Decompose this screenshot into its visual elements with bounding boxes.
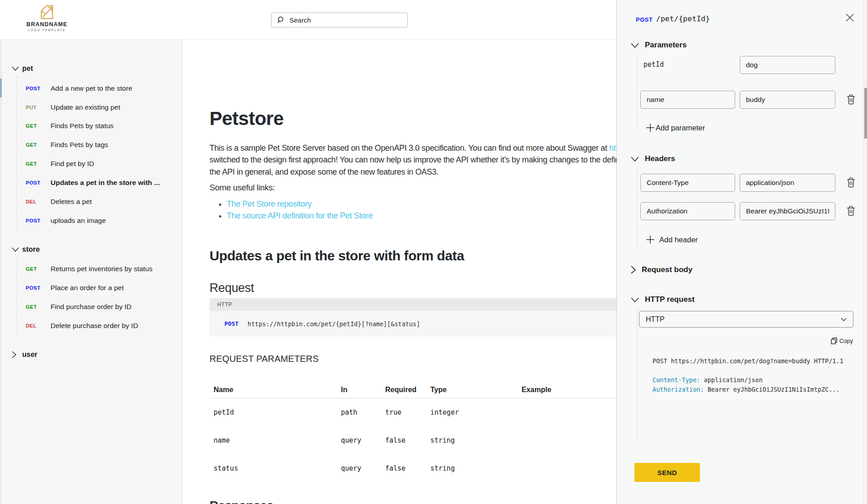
- panel-method-badge: POST: [636, 16, 653, 23]
- chevron-down-icon: [840, 317, 847, 322]
- sidebar-item-selected[interactable]: POSTUpdates a pet in the store with ...: [0, 173, 182, 192]
- description-line: switched to the design first approach! Y…: [210, 154, 670, 166]
- list-item: The source API definition for the Pet St…: [227, 210, 373, 222]
- description-line: the API in general, and expose some of t…: [210, 166, 670, 178]
- request-heading: Request: [210, 282, 254, 294]
- useful-links-list: The Pet Store repository The source API …: [210, 198, 373, 222]
- param-key-input[interactable]: [640, 91, 735, 109]
- sidebar-item[interactable]: GETFinds Pets by status: [0, 116, 182, 135]
- operation-heading: Updates a pet in the store with form dat…: [210, 248, 464, 263]
- section-indent-line: [637, 53, 637, 129]
- petid-value-input[interactable]: [740, 56, 835, 74]
- brand-name: BRANDNAME: [20, 21, 74, 28]
- close-icon: [845, 13, 854, 22]
- section-indent-line: [637, 167, 637, 251]
- brand-tagline: LOGO TEMPLATE: [20, 28, 74, 32]
- sidebar-group-user[interactable]: user: [0, 348, 37, 361]
- list-item: The Pet Store repository: [227, 198, 373, 210]
- sidebar-item[interactable]: DELDeletes a pet: [0, 192, 182, 211]
- search-box[interactable]: [271, 13, 408, 28]
- plus-icon: [645, 234, 656, 245]
- code-header-line: Content-Type: application/json: [653, 375, 844, 385]
- chevron-right-icon: [11, 351, 17, 359]
- trash-icon: [847, 177, 855, 188]
- headers-section-toggle[interactable]: Headers: [630, 154, 675, 163]
- copy-button[interactable]: Copy: [831, 338, 853, 344]
- chevron-right-icon: [630, 265, 636, 274]
- request-body-section-toggle[interactable]: Request body: [630, 265, 692, 274]
- tab-http[interactable]: HTTP: [217, 301, 232, 308]
- page-title: Petstore: [210, 107, 284, 130]
- chevron-down-icon: [630, 42, 639, 48]
- header-key-input[interactable]: [640, 174, 735, 192]
- sidebar-item[interactable]: POSTuploads an image: [0, 211, 182, 230]
- http-request-select[interactable]: HTTP: [639, 311, 853, 328]
- search-input[interactable]: [289, 16, 398, 24]
- sidebar-item[interactable]: GETReturns pet inventories by status: [0, 259, 182, 278]
- useful-links-label: Some useful links:: [210, 183, 275, 193]
- trash-icon: [847, 206, 855, 216]
- sidebar-item[interactable]: PUTUpdate an existing pet: [0, 98, 182, 117]
- section-indent-line: [637, 308, 637, 441]
- sidebar-group-store[interactable]: store: [0, 243, 40, 256]
- trash-icon: [847, 94, 855, 105]
- request-parameters-heading: REQUEST PARAMETERS: [210, 354, 319, 364]
- delete-parameter-button[interactable]: [845, 93, 856, 105]
- sidebar-item[interactable]: GETFinds Pets by tags: [0, 135, 182, 154]
- search-icon: [277, 16, 285, 24]
- description-line: This is a sample Pet Store Server based …: [210, 142, 670, 154]
- header-key-input[interactable]: [640, 202, 735, 220]
- send-button[interactable]: SEND: [634, 463, 700, 482]
- http-request-code: POST https://httpbin.com/pet/dog?name=bu…: [653, 356, 844, 394]
- http-request-section-toggle[interactable]: HTTP request: [630, 295, 695, 304]
- pet-store-repository-link[interactable]: The Pet Store repository: [227, 199, 312, 208]
- code-header-line: Authorization: Bearer eyJhbGciOiJSUzI1Ni…: [653, 385, 844, 394]
- sidebar-item[interactable]: POSTPlace an order for a pet: [0, 278, 182, 297]
- petid-label: petId: [643, 60, 664, 69]
- param-value-input[interactable]: [740, 91, 835, 109]
- responses-heading: Responses: [210, 499, 273, 504]
- brand-logo-icon: [37, 2, 56, 21]
- nav-sidebar: pet POSTAdd a new pet to the store PUTUp…: [0, 40, 183, 504]
- chevron-down-icon: [11, 247, 19, 252]
- page-scrollbar-thumb[interactable]: [864, 88, 867, 139]
- sidebar-item[interactable]: DELDelete purchase order by ID: [0, 316, 182, 335]
- parameters-section-toggle[interactable]: Parameters: [630, 41, 687, 50]
- add-parameter-button[interactable]: Add parameter: [645, 121, 705, 134]
- sidebar-item[interactable]: POSTAdd a new pet to the store: [0, 79, 182, 98]
- request-url: https://httpbin.com/pet/{petId}[?name][&…: [247, 320, 420, 328]
- brand-logo: BRANDNAME LOGO TEMPLATE: [20, 2, 74, 32]
- sidebar-group-pet[interactable]: pet: [0, 62, 33, 75]
- chevron-down-icon: [11, 66, 19, 71]
- api-description: This is a sample Pet Store Server based …: [210, 142, 670, 178]
- copy-icon: [831, 338, 837, 344]
- delete-header-button[interactable]: [845, 176, 856, 188]
- header-value-input[interactable]: [740, 202, 835, 220]
- source-api-definition-link[interactable]: The source API definition for the Pet St…: [227, 211, 373, 220]
- top-header: BRANDNAME LOGO TEMPLATE: [0, 0, 616, 40]
- add-header-button[interactable]: Add header: [645, 233, 698, 246]
- panel-endpoint-path: /pet/{petId}: [656, 14, 710, 23]
- delete-header-button[interactable]: [845, 205, 856, 217]
- sidebar-item[interactable]: GETFind pet by ID: [0, 154, 182, 173]
- chevron-down-icon: [630, 156, 639, 162]
- code-request-line: POST https://httpbin.com/pet/dog?name=bu…: [653, 356, 844, 366]
- try-it-panel: POST /pet/{petId} Parameters petId Add p…: [616, 0, 863, 504]
- close-panel-button[interactable]: [844, 11, 856, 24]
- header-value-input[interactable]: [740, 174, 835, 192]
- page-scrollbar[interactable]: [863, 0, 867, 504]
- plus-icon: [645, 122, 656, 133]
- chevron-down-icon: [630, 297, 639, 303]
- method-badge: POST: [224, 320, 238, 327]
- sidebar-item[interactable]: GETFind purchase order by ID: [0, 297, 182, 316]
